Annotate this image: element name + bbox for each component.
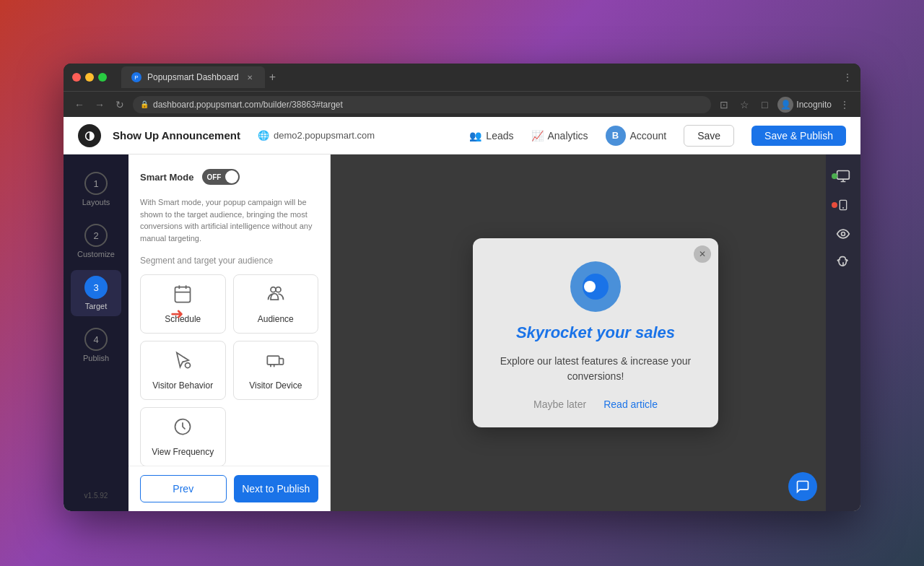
- read-article-button[interactable]: Read article: [603, 399, 658, 410]
- browser-toolbar-right: ⊡ ☆ □ 👤 Incognito ⋮: [717, 97, 852, 113]
- preview-area: ✕ Skyrocket your sales Explore our lates…: [331, 154, 860, 511]
- preview-button[interactable]: [830, 221, 856, 247]
- svg-rect-0: [175, 287, 191, 302]
- sidebar-item-target[interactable]: 3 Target: [71, 270, 121, 316]
- toggle-state-text: OFF: [206, 173, 221, 181]
- target-panel: Smart Mode OFF With Smart mode, your pop…: [128, 154, 331, 511]
- sidebar-item-layouts[interactable]: 1 Layouts: [71, 166, 121, 212]
- view-frequency-row: View Frequency: [140, 407, 318, 466]
- browser-titlebar: P Popupsmart Dashboard ✕ + ⋮: [64, 64, 860, 91]
- bookmark-icon[interactable]: ☆: [737, 99, 751, 110]
- save-button[interactable]: Save: [684, 125, 734, 147]
- close-button[interactable]: [72, 73, 81, 82]
- menu-icon[interactable]: ⋮: [837, 99, 852, 110]
- back-button[interactable]: ←: [72, 99, 87, 110]
- lock-icon: 🔒: [140, 100, 149, 108]
- browser-addressbar: ← → ↻ 🔒 dashboard.popupsmart.com/builder…: [64, 91, 860, 117]
- account-label: Account: [630, 130, 667, 142]
- visitor-device-icon: [266, 350, 286, 375]
- url-text: dashboard.popupsmart.com/builder/38863#t…: [153, 100, 343, 110]
- fullscreen-button[interactable]: [98, 73, 107, 82]
- incognito-button[interactable]: 👤 Incognito: [777, 97, 832, 113]
- active-tab[interactable]: P Popupsmart Dashboard ✕: [121, 66, 265, 88]
- audience-icon: [266, 284, 286, 308]
- next-to-publish-button[interactable]: Next to Publish: [234, 475, 319, 502]
- sidebar-label-customize: Customize: [77, 250, 115, 258]
- target-arrow-indicator: ➜: [170, 305, 183, 323]
- target-cards-grid: Schedule: [140, 274, 318, 400]
- minimize-button[interactable]: [85, 73, 94, 82]
- mobile-view-button[interactable]: [830, 192, 856, 218]
- sidebar-item-customize[interactable]: 2 Customize: [71, 218, 121, 264]
- account-avatar: B: [606, 126, 626, 146]
- visitor-behavior-card[interactable]: Visitor Behavior: [140, 341, 226, 400]
- sidebar-label-layouts: Layouts: [82, 198, 110, 206]
- tab-title: Popupsmart Dashboard: [147, 72, 239, 82]
- forward-button[interactable]: →: [92, 99, 107, 110]
- extension-icon[interactable]: □: [757, 99, 772, 110]
- mobile-dot: [832, 202, 837, 208]
- svg-point-6: [186, 363, 191, 368]
- globe-icon: 🌐: [258, 130, 269, 141]
- traffic-lights: [72, 73, 107, 82]
- right-tools: [826, 154, 860, 511]
- debug-button[interactable]: [830, 250, 856, 276]
- smart-mode-label: Smart Mode: [140, 172, 193, 183]
- schedule-card[interactable]: Schedule: [140, 274, 226, 334]
- address-bar[interactable]: 🔒 dashboard.popupsmart.com/builder/38863…: [133, 96, 711, 113]
- save-publish-button[interactable]: Save & Publish: [751, 126, 846, 146]
- svg-point-5: [276, 287, 281, 292]
- sidebar-label-target: Target: [85, 302, 108, 310]
- refresh-button[interactable]: ↻: [113, 99, 127, 110]
- sidebar: 1 Layouts 2 Customize 3 Target 4 Publish…: [64, 154, 128, 511]
- smart-mode-description: With Smart mode, your popup campaign wil…: [140, 196, 318, 244]
- visitor-device-card[interactable]: Visitor Device: [233, 341, 319, 400]
- cast-icon[interactable]: ⊡: [717, 99, 731, 110]
- svg-rect-7: [267, 356, 279, 365]
- desktop-view-button[interactable]: [830, 163, 856, 189]
- smart-mode-row: Smart Mode OFF: [140, 169, 318, 185]
- version-label: v1.5.92: [84, 492, 108, 500]
- step-1: 1: [84, 172, 108, 195]
- tab-close-icon[interactable]: ✕: [245, 72, 255, 82]
- tab-bar: P Popupsmart Dashboard ✕ + ⋮: [121, 66, 852, 88]
- new-tab-button[interactable]: +: [269, 71, 276, 84]
- popup-close-button[interactable]: ✕: [694, 245, 711, 263]
- popup-body: Skyrocket your sales Explore our latest …: [473, 238, 718, 427]
- view-frequency-label: View Frequency: [152, 447, 214, 457]
- leads-nav-item[interactable]: 👥 Leads: [469, 130, 513, 142]
- app-logo: ◑: [78, 124, 101, 147]
- tab-menu-icon[interactable]: ⋮: [843, 72, 852, 82]
- header-nav: 👥 Leads 📈 Analytics B Account Save Save …: [469, 125, 846, 147]
- incognito-avatar: 👤: [777, 97, 793, 113]
- page-title: Show Up Announcement: [113, 129, 240, 142]
- audience-label: Audience: [258, 314, 294, 324]
- analytics-icon: 📈: [531, 130, 544, 142]
- smart-mode-toggle[interactable]: OFF: [202, 169, 240, 185]
- analytics-nav-item[interactable]: 📈 Analytics: [531, 130, 588, 142]
- view-frequency-card[interactable]: View Frequency: [140, 407, 226, 466]
- step-4: 4: [84, 328, 108, 351]
- prev-button[interactable]: Prev: [140, 475, 227, 502]
- panel-footer: Prev Next to Publish: [128, 466, 330, 511]
- chat-button[interactable]: [788, 472, 817, 501]
- step-3: 3: [84, 276, 108, 299]
- account-nav-item[interactable]: B Account: [606, 126, 667, 146]
- svg-point-12: [584, 281, 596, 292]
- toggle-knob: [225, 170, 238, 183]
- main-area: 1 Layouts 2 Customize 3 Target 4 Publish…: [64, 154, 860, 511]
- svg-point-16: [842, 232, 845, 236]
- svg-point-4: [271, 287, 276, 292]
- visitor-behavior-label: Visitor Behavior: [152, 380, 213, 391]
- svg-rect-13: [837, 171, 850, 180]
- maybe-later-button[interactable]: Maybe later: [533, 399, 586, 410]
- leads-icon: 👥: [469, 130, 481, 142]
- audience-card[interactable]: Audience: [233, 274, 319, 334]
- visitor-behavior-icon: [173, 350, 193, 375]
- panel-content: Smart Mode OFF With Smart mode, your pop…: [128, 154, 330, 466]
- popup-logo: [570, 261, 621, 312]
- view-frequency-icon: [173, 417, 193, 441]
- app-content: ◑ Show Up Announcement 🌐 demo2.popupsmar…: [64, 117, 860, 511]
- sidebar-item-publish[interactable]: 4 Publish: [71, 322, 121, 368]
- website-url-button[interactable]: 🌐 demo2.popupsmart.com: [258, 130, 375, 141]
